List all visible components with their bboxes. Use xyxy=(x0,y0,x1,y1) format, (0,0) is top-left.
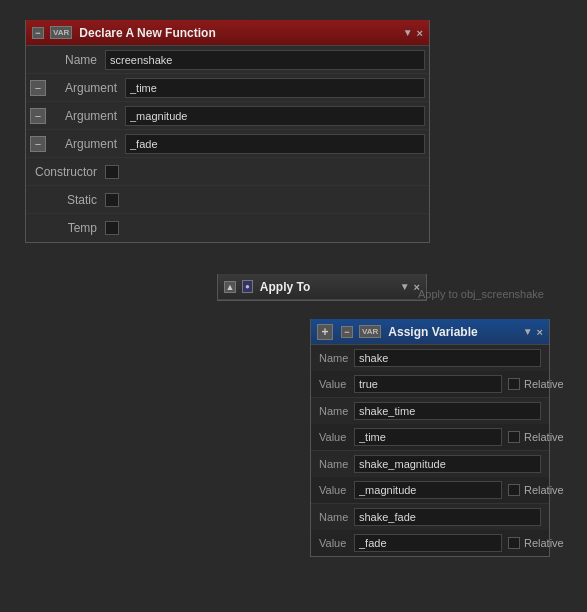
assign-close-btn[interactable]: × xyxy=(537,326,543,338)
section1-relative-label: Relative xyxy=(524,378,564,390)
section3-name-row: Name xyxy=(311,451,549,477)
assign-section-3: Name Value Relative xyxy=(311,451,549,504)
section3-name-label: Name xyxy=(319,458,354,470)
apply-panel-header: ▲ ● Apply To ▼ × xyxy=(218,274,426,300)
declare-collapse-btn[interactable]: − xyxy=(32,27,44,39)
arg3-label: Argument xyxy=(50,137,125,151)
arg3-input[interactable] xyxy=(125,134,425,154)
apply-arrow-btn[interactable]: ▼ xyxy=(400,281,410,292)
name-label: Name xyxy=(30,53,105,67)
declare-arg3-row: − Argument xyxy=(26,130,429,158)
section1-name-label: Name xyxy=(319,352,354,364)
assign-header-actions: ▼ × xyxy=(523,326,543,338)
declare-function-panel: − VAR Declare A New Function ▼ × Name − … xyxy=(25,20,430,243)
assign-panel-header: + − VAR Assign Variable ▼ × xyxy=(311,319,549,345)
assign-variable-panel: + − VAR Assign Variable ▼ × Name Value R… xyxy=(310,319,550,557)
section3-relative-label: Relative xyxy=(524,484,564,496)
assign-arrow-btn[interactable]: ▼ xyxy=(523,326,533,337)
static-checkbox[interactable] xyxy=(105,193,119,207)
assign-section-1: Name Value Relative xyxy=(311,345,549,398)
constructor-checkbox[interactable] xyxy=(105,165,119,179)
temp-checkbox[interactable] xyxy=(105,221,119,235)
section2-value-input[interactable] xyxy=(354,428,502,446)
arg2-label: Argument xyxy=(50,109,125,123)
declare-constructor-row: Constructor xyxy=(26,158,429,186)
apply-header-actions: ▼ × xyxy=(400,281,420,293)
arg1-minus-btn[interactable]: − xyxy=(30,80,46,96)
section3-name-input[interactable] xyxy=(354,455,541,473)
arg3-minus-btn[interactable]: − xyxy=(30,136,46,152)
section1-relative-checkbox[interactable] xyxy=(508,378,520,390)
assign-section-2: Name Value Relative xyxy=(311,398,549,451)
declare-arg2-row: − Argument xyxy=(26,102,429,130)
declare-panel-header: − VAR Declare A New Function ▼ × xyxy=(26,20,429,46)
declare-temp-row: Temp xyxy=(26,214,429,242)
section1-value-input[interactable] xyxy=(354,375,502,393)
section4-relative-label: Relative xyxy=(524,537,564,549)
declare-close-btn[interactable]: × xyxy=(417,27,423,39)
section2-name-input[interactable] xyxy=(354,402,541,420)
constructor-label: Constructor xyxy=(30,165,105,179)
declare-header-actions: ▼ × xyxy=(403,27,423,39)
arg2-input[interactable] xyxy=(125,106,425,126)
section4-relative-checkbox[interactable] xyxy=(508,537,520,549)
name-input[interactable] xyxy=(105,50,425,70)
static-label: Static xyxy=(30,193,105,207)
temp-label: Temp xyxy=(30,221,105,235)
assign-panel-title: Assign Variable xyxy=(388,325,518,339)
apply-collapse-btn[interactable]: ▲ xyxy=(224,281,236,293)
section1-name-row: Name xyxy=(311,345,549,371)
section4-name-input[interactable] xyxy=(354,508,541,526)
section2-name-label: Name xyxy=(319,405,354,417)
section3-value-row: Value Relative xyxy=(311,477,549,503)
section1-name-input[interactable] xyxy=(354,349,541,367)
apply-var-icon: ● xyxy=(242,280,253,293)
section4-value-label: Value xyxy=(319,537,354,549)
section4-name-row: Name xyxy=(311,504,549,530)
section4-value-row: Value Relative xyxy=(311,530,549,556)
section3-value-label: Value xyxy=(319,484,354,496)
assign-plus-btn[interactable]: + xyxy=(317,324,333,340)
section3-value-input[interactable] xyxy=(354,481,502,499)
section2-relative-label: Relative xyxy=(524,431,564,443)
declare-static-row: Static xyxy=(26,186,429,214)
section2-value-label: Value xyxy=(319,431,354,443)
assign-section-4: Name Value Relative xyxy=(311,504,549,556)
section1-value-label: Value xyxy=(319,378,354,390)
declare-name-row: Name xyxy=(26,46,429,74)
assign-var-icon: VAR xyxy=(359,325,381,338)
declare-var-icon: VAR xyxy=(50,26,72,39)
apply-panel-title: Apply To xyxy=(260,280,396,294)
apply-to-panel: ▲ ● Apply To ▼ × xyxy=(217,274,427,301)
section3-relative-checkbox[interactable] xyxy=(508,484,520,496)
declare-panel-title: Declare A New Function xyxy=(79,26,398,40)
section2-relative-checkbox[interactable] xyxy=(508,431,520,443)
section4-value-input[interactable] xyxy=(354,534,502,552)
declare-arg1-row: − Argument xyxy=(26,74,429,102)
section1-value-row: Value Relative xyxy=(311,371,549,397)
arg1-label: Argument xyxy=(50,81,125,95)
assign-collapse-btn[interactable]: − xyxy=(341,326,353,338)
declare-arrow-btn[interactable]: ▼ xyxy=(403,27,413,38)
apply-ghost-text: Apply to obj_screenshake xyxy=(418,288,544,300)
section2-name-row: Name xyxy=(311,398,549,424)
arg1-input[interactable] xyxy=(125,78,425,98)
arg2-minus-btn[interactable]: − xyxy=(30,108,46,124)
section2-value-row: Value Relative xyxy=(311,424,549,450)
section4-name-label: Name xyxy=(319,511,354,523)
